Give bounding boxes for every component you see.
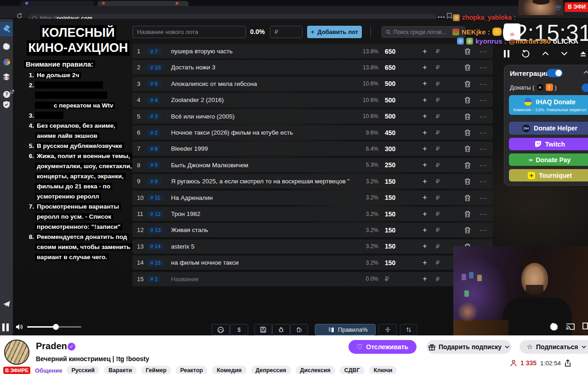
clear-all-button[interactable] (290, 324, 308, 335)
player-volume[interactable] (16, 323, 81, 330)
volume-slider[interactable] (27, 326, 81, 328)
new-lot-name-input[interactable] (132, 26, 246, 38)
add-amount-button[interactable]: + (420, 79, 430, 89)
browser-tab-strip[interactable] (0, 0, 588, 6)
lot-title[interactable]: Быть Джоном Малковичем (171, 162, 248, 169)
lot-value[interactable]: 250 (385, 161, 395, 169)
stream-video-area[interactable]: ? КОЛЕСНЫЙ КИНО-АУКЦИОН Внимание правила… (0, 19, 588, 335)
github-button[interactable] (211, 324, 230, 335)
sort-button[interactable] (400, 324, 417, 335)
lot-menu-button[interactable]: ··· (478, 144, 488, 154)
add-amount-button[interactable]: + (420, 46, 430, 57)
settings-gear-icon[interactable] (1, 41, 12, 52)
split-button[interactable] (378, 324, 397, 335)
delete-lot-button[interactable] (462, 144, 473, 154)
bug-report-button[interactable] (272, 324, 290, 335)
lot-value[interactable]: 500 (385, 80, 395, 87)
lot-menu-button[interactable]: ··· (478, 95, 488, 105)
add-amount-button[interactable]: + (420, 241, 430, 251)
lot-menu-button[interactable]: ··· (478, 225, 488, 235)
channel-avatar[interactable] (4, 340, 29, 365)
integration-ihaq-button[interactable]: IHAQ DonateКомиссия – 3,5%. Уникальные в… (509, 95, 588, 115)
delete-lot-button[interactable] (462, 95, 473, 105)
wheel-icon[interactable] (1, 57, 12, 68)
integration-twitch-button[interactable]: Twitch (509, 138, 588, 150)
add-amount-button[interactable]: + (420, 258, 430, 268)
add-amount-button[interactable]: + (420, 111, 430, 121)
lot-value[interactable]: 650 (385, 64, 395, 71)
lot-value[interactable]: 150 (385, 210, 395, 218)
timer-increase-icon[interactable] (542, 51, 549, 56)
lot-title[interactable]: Bleeder 1999 (171, 145, 208, 152)
share-icon[interactable] (565, 359, 571, 367)
delete-lot-button[interactable] (462, 79, 473, 89)
lot-title[interactable]: Название (171, 276, 199, 283)
add-amount-button[interactable]: + (420, 209, 430, 219)
reload-icon[interactable] (17, 13, 23, 19)
layers-icon[interactable] (1, 71, 12, 82)
save-button[interactable] (254, 324, 272, 335)
add-amount-button[interactable]: + (420, 274, 430, 284)
lot-title[interactable]: пушера вторую часть (171, 48, 233, 55)
timer-restart-icon[interactable] (521, 49, 530, 58)
subscribe-button[interactable]: ☆ Подписаться (519, 340, 588, 354)
add-amount-button[interactable]: + (420, 225, 430, 235)
lot-value[interactable]: 150 (385, 259, 395, 266)
add-amount-button[interactable]: + (420, 144, 430, 154)
category-link[interactable]: Общение (35, 367, 62, 374)
lot-menu-button[interactable]: ··· (478, 160, 488, 170)
player-settings-icon[interactable] (550, 323, 558, 331)
lot-menu-button[interactable]: ··· (478, 193, 488, 203)
lot-menu-button[interactable]: ··· (478, 79, 488, 89)
cast-icon[interactable] (566, 323, 575, 331)
volume-knob[interactable] (53, 324, 59, 330)
lot-value[interactable]: 150 (385, 227, 395, 234)
donates-toggle[interactable] (582, 84, 588, 92)
lot-title[interactable]: на фильм ночное такси (171, 259, 239, 266)
shield-check-icon[interactable] (1, 99, 12, 110)
bookmark-icon[interactable] (447, 13, 452, 19)
lot-title[interactable]: Я ругаюсь 2025, а если смотрел то на вос… (171, 178, 349, 185)
stream-tag[interactable]: Депрессия (251, 366, 291, 374)
delete-lot-button[interactable] (462, 160, 473, 170)
add-amount-button[interactable]: + (420, 128, 430, 138)
lot-title[interactable]: Живая сталь (171, 227, 208, 233)
lot-title[interactable]: Трон 1982 (171, 210, 200, 217)
lot-title[interactable]: Достать ножи 3 (171, 64, 215, 71)
browser-tab[interactable] (21, 1, 94, 6)
lot-value[interactable]: 450 (385, 129, 395, 136)
delete-lot-button[interactable] (462, 209, 473, 219)
lot-value[interactable]: 150 (385, 178, 395, 185)
stream-tag[interactable]: Геймер (141, 366, 171, 374)
add-amount-button[interactable]: + (420, 95, 430, 105)
lot-title[interactable]: Zoolander 2 (2016) (171, 96, 224, 103)
timer-pause-icon[interactable] (504, 50, 509, 57)
browser-tab-active[interactable] (97, 1, 188, 6)
add-amount-button[interactable]: + (420, 62, 430, 73)
telegram-icon[interactable] (1, 298, 12, 309)
add-amount-button[interactable]: + (420, 193, 430, 203)
lot-menu-button[interactable]: ··· (478, 111, 488, 121)
timer-eject-icon[interactable] (580, 51, 587, 57)
delete-lot-button[interactable] (462, 193, 473, 203)
lot-menu-button[interactable]: ··· (478, 209, 488, 219)
dollar-button[interactable]: $ (230, 324, 248, 335)
add-amount-button[interactable]: + (420, 176, 430, 187)
follow-button[interactable]: ♡ Отслеживать (348, 340, 417, 354)
lot-value[interactable]: 300 (385, 145, 395, 153)
volume-icon[interactable] (16, 323, 23, 330)
lot-title[interactable]: На Адреналин (171, 194, 213, 201)
new-lot-cost-input[interactable] (270, 26, 303, 38)
percent-mode-button[interactable]: % (354, 324, 376, 335)
delete-lot-button[interactable] (462, 62, 473, 73)
delete-lot-button[interactable] (462, 111, 473, 121)
stream-tag[interactable]: Ключи (369, 366, 397, 374)
add-amount-button[interactable]: + (420, 160, 430, 170)
delete-lot-button[interactable] (462, 225, 473, 235)
timer-decrease-icon[interactable] (561, 51, 568, 56)
lot-value[interactable]: 150 (385, 194, 395, 201)
stream-tag[interactable]: Реактор (176, 366, 207, 374)
channel-name[interactable]: Praden (36, 341, 67, 351)
stream-tag[interactable]: Комедия (212, 366, 246, 374)
lot-value[interactable]: 650 (385, 48, 395, 55)
